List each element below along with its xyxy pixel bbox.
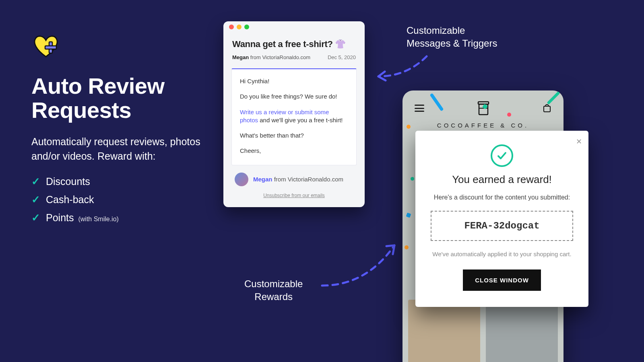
svg-rect-5 — [544, 106, 550, 112]
logo-heart-plus — [31, 35, 61, 60]
check-icon: ✓ — [31, 193, 40, 206]
window-close-icon[interactable] — [229, 25, 234, 29]
callout-messages: CustomizableMessages & Triggers — [407, 24, 497, 50]
hamburger-icon[interactable] — [415, 105, 424, 112]
email-greeting: Hi Cynthia! — [240, 77, 348, 85]
close-window-button[interactable]: CLOSE WINDOW — [463, 269, 541, 291]
email-cta-line: Write us a review or submit some photos … — [240, 108, 348, 125]
window-minimize-icon[interactable] — [237, 25, 242, 29]
product-tile[interactable] — [486, 300, 558, 362]
shopping-bag-icon[interactable] — [543, 104, 551, 113]
arrow-rewards — [318, 237, 407, 295]
bullet-cashback: ✓ Cash-back — [31, 193, 200, 206]
page-title: Auto Review Requests — [31, 74, 200, 122]
success-check-icon — [491, 144, 513, 167]
confetti — [507, 113, 511, 117]
modal-subtitle: Here's a discount for the content you su… — [431, 193, 573, 202]
modal-title: You earned a reward! — [431, 173, 573, 186]
email-body: Hi Cynthia! Do you like free things? We … — [231, 68, 357, 165]
confetti — [407, 125, 411, 129]
arrow-messages — [370, 52, 431, 90]
window-maximize-icon[interactable] — [244, 25, 249, 29]
bullet-label: Cash-back — [46, 194, 94, 206]
bullet-label: Points — [46, 212, 74, 223]
bullet-note: (with Smile.io) — [78, 216, 118, 222]
bullet-points: ✓ Points (with Smile.io) — [31, 212, 200, 224]
product-tile[interactable] — [408, 300, 480, 362]
bullet-discounts: ✓ Discounts — [31, 175, 200, 188]
email-window: Wanna get a free t-shirt? 👚 Megan from V… — [223, 21, 365, 207]
confetti — [411, 177, 414, 181]
window-titlebar — [223, 21, 365, 33]
email-signoff: Cheers, — [240, 147, 348, 155]
phone-products — [402, 300, 564, 362]
reward-bullets: ✓ Discounts ✓ Cash-back ✓ Points (with S… — [31, 175, 200, 224]
svg-rect-3 — [478, 102, 489, 104]
unsubscribe-link[interactable]: Unsubscribe from our emails — [223, 190, 365, 207]
check-icon: ✓ — [31, 212, 40, 224]
close-icon[interactable]: ✕ — [576, 137, 582, 146]
email-sender: Megan from VictoriaRonaldo.com — [223, 169, 365, 190]
page-subtitle: Automatically request reviews, photos an… — [31, 134, 200, 164]
email-from: Megan from VictoriaRonaldo.com — [232, 54, 310, 60]
callout-rewards: CustomizableRewards — [244, 278, 303, 304]
email-line1: Do you like free things? We sure do! — [240, 93, 348, 101]
confetti — [405, 245, 409, 249]
reward-modal: ✕ You earned a reward! Here's a discount… — [415, 131, 588, 307]
check-icon: ✓ — [31, 175, 40, 188]
bullet-label: Discounts — [46, 176, 90, 187]
applied-note: We've automatically applied it to your s… — [431, 250, 573, 258]
svg-rect-1 — [45, 46, 56, 49]
email-subject: Wanna get a free t-shirt? 👚 — [232, 39, 356, 49]
email-line3: What's better than that? — [240, 132, 348, 140]
avatar — [235, 173, 248, 186]
email-date: Dec 5, 2020 — [328, 54, 356, 60]
discount-code[interactable]: FERA-32dogcat — [431, 211, 573, 241]
